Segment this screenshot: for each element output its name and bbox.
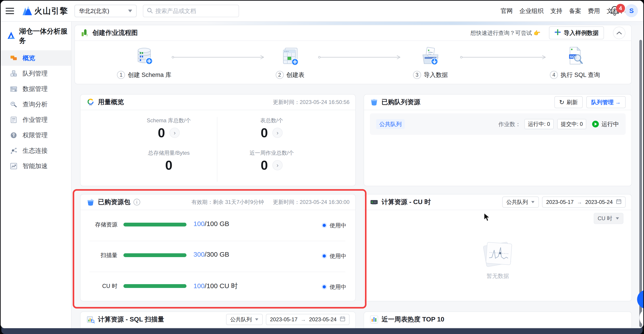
stat-storage-usage: 总存储用量/Bytes 0	[118, 149, 219, 172]
no-data-text: 暂无数据	[364, 272, 632, 280]
stat-detail-button[interactable]: ›	[272, 160, 283, 170]
search-input[interactable]	[155, 8, 235, 15]
workflow-step-import-data[interactable]: 3 导入数据	[386, 46, 475, 79]
queue-row: 公共队列 作业数： 运行中: 0 提交中: 0 运行中	[370, 113, 626, 135]
queue-jobs-group: 作业数： 运行中: 0 提交中: 0	[498, 113, 586, 135]
table-heat-icon	[370, 315, 378, 324]
sidebar-item-query-analysis[interactable]: 查询分析	[1, 96, 71, 112]
query-analysis-icon	[10, 100, 18, 108]
notification-bell-icon[interactable]: 4	[610, 6, 624, 17]
overview-icon	[10, 54, 18, 62]
sql-queue-select[interactable]: 公共队列	[226, 314, 263, 325]
sidebar-item-label: 数据管理	[22, 85, 48, 93]
sidebar-item-queue-management[interactable]: 队列管理	[1, 66, 71, 81]
progress-bar	[124, 284, 186, 288]
stat-schema-count: Schema 库总数/个 0 ›	[118, 117, 219, 139]
region-selector[interactable]: 华北2(北京)	[74, 5, 137, 17]
workflow-step-run-sql[interactable]: SQL 4 执行 SQL 查询	[530, 46, 620, 79]
chevron-down-icon	[128, 10, 132, 12]
workflow-step-create-table[interactable]: 2 创建表	[245, 46, 335, 79]
collapse-panel-button[interactable]	[613, 26, 626, 39]
hamburger-menu-icon[interactable]	[6, 8, 14, 14]
avatar[interactable]: S	[625, 4, 638, 17]
sidebar-item-data-management[interactable]: 数据管理	[1, 81, 71, 96]
sidebar-item-label: 查询分析	[22, 100, 48, 109]
package-status: 使用中	[322, 276, 346, 298]
sql-scan-icon	[86, 315, 95, 324]
divider	[90, 241, 345, 241]
info-icon[interactable]: i	[134, 199, 140, 206]
sidebar-item-smart-acceleration[interactable]: 智能加速	[1, 158, 71, 174]
step-number: 4	[550, 71, 558, 79]
stat-detail-button[interactable]: ›	[170, 128, 180, 138]
queue-resources-card: 已购队列资源 ↻ 刷新 队列管理 → 公共队列 作业数：	[364, 94, 632, 186]
usage-value: 300/300 GB	[194, 250, 229, 258]
nav-link-official-site[interactable]: 官网	[501, 7, 513, 15]
sidebar: 湖仓一体分析服务 概览 队列管理 数据管理	[1, 21, 72, 328]
running-status-icon	[592, 121, 599, 128]
workflow-icon	[81, 28, 89, 37]
arrow-right-icon: →	[577, 199, 582, 205]
sidebar-item-job-management[interactable]: 作业管理	[1, 112, 71, 128]
job-management-icon	[10, 116, 18, 124]
arrow-right-icon: →	[300, 316, 306, 322]
scrollbar-thumb[interactable]	[639, 40, 642, 327]
table-heat-title: 近一周表热度 TOP 10	[382, 315, 444, 324]
import-sample-data-button[interactable]: 导入样例数据	[549, 26, 604, 39]
usage-overview-icon	[86, 98, 95, 106]
data-management-icon	[10, 85, 18, 93]
package-validity: 有效期：剩余 31天7小时9分钟	[192, 198, 264, 206]
cu-hours-card: 计算资源 - CU 时 公共队列 2023-05-17 → 2023-05-24	[364, 194, 632, 301]
sidebar-item-ecosystem-connection[interactable]: 生态连接	[1, 143, 71, 158]
step-number: 1	[117, 71, 125, 79]
stat-table-count: 表总数/个 0 ›	[222, 117, 322, 139]
queue-status: 运行中	[592, 113, 619, 135]
cu-queue-select[interactable]: 公共队列	[502, 196, 539, 208]
nav-link-billing[interactable]: 费用	[588, 7, 600, 15]
permission-management-icon	[10, 131, 18, 139]
cu-chart-icon	[370, 198, 378, 206]
side-panel-toggle-button[interactable]: ‹	[637, 290, 643, 309]
nav-link-filing[interactable]: 备案	[569, 7, 581, 15]
package-row-storage: 存储资源 100/100 GB 使用中	[80, 214, 355, 236]
cu-date-range[interactable]: 2023-05-17 → 2023-05-24	[542, 196, 626, 208]
stat-value: 0	[158, 126, 165, 139]
date-to: 2023-05-24	[585, 199, 613, 205]
nav-link-enterprise-org[interactable]: 企业组织	[520, 7, 544, 15]
usage-updated-time: 更新时间：2023-05-24 16:50:56	[273, 98, 350, 106]
search-box[interactable]	[143, 5, 239, 17]
refresh-button[interactable]: ↻ 刷新	[554, 96, 583, 108]
sql-scan-title: 计算资源 - SQL 扫描量	[98, 315, 164, 324]
queue-name-link[interactable]: 公共队列	[376, 119, 405, 129]
service-title: 湖仓一体分析服务	[1, 21, 71, 50]
sql-date-range[interactable]: 2023-05-17 → 2023-05-24	[266, 314, 350, 325]
workflow-title: 创建作业流程图	[92, 28, 138, 37]
workflow-step-create-schema[interactable]: 1 创建 Schema 库	[100, 46, 189, 79]
background-window-bar	[1, 327, 643, 334]
package-status: 使用中	[322, 214, 346, 236]
calendar-icon	[616, 198, 622, 206]
sidebar-item-label: 概览	[22, 54, 35, 62]
usage-overview-card: 用量概览 更新时间：2023-05-24 16:50:56 Schema 库总数…	[80, 94, 356, 186]
progress-bar	[124, 223, 186, 226]
step-label: 导入数据	[424, 71, 448, 79]
date-from: 2023-05-17	[546, 199, 574, 205]
sidebar-item-label: 智能加速	[22, 162, 48, 170]
stat-weekly-jobs: 近一周作业总数/个 0 ›	[222, 149, 322, 172]
notification-badge: 4	[616, 4, 625, 13]
top-nav: 火山引擎 华北2(北京) 官网 企业组织 支持 备案 费用 文档中心	[1, 1, 643, 22]
queue-manage-button[interactable]: 队列管理 →	[586, 96, 626, 108]
in-use-dot	[322, 223, 327, 228]
stat-value: 0	[261, 126, 268, 139]
brand-logo[interactable]: 火山引擎	[22, 6, 68, 16]
plus-icon	[554, 29, 561, 37]
in-use-dot	[322, 253, 327, 259]
stat-detail-button[interactable]: ›	[272, 128, 283, 138]
sidebar-item-label: 作业管理	[22, 116, 48, 124]
sidebar-item-overview[interactable]: 概览	[1, 50, 71, 66]
nav-link-support[interactable]: 支持	[550, 7, 562, 15]
sidebar-item-permission-management[interactable]: 权限管理	[1, 128, 71, 143]
resource-package-icon	[86, 198, 95, 206]
cu-unit-select[interactable]: CU 时	[594, 213, 624, 224]
refresh-icon: ↻	[559, 98, 564, 106]
